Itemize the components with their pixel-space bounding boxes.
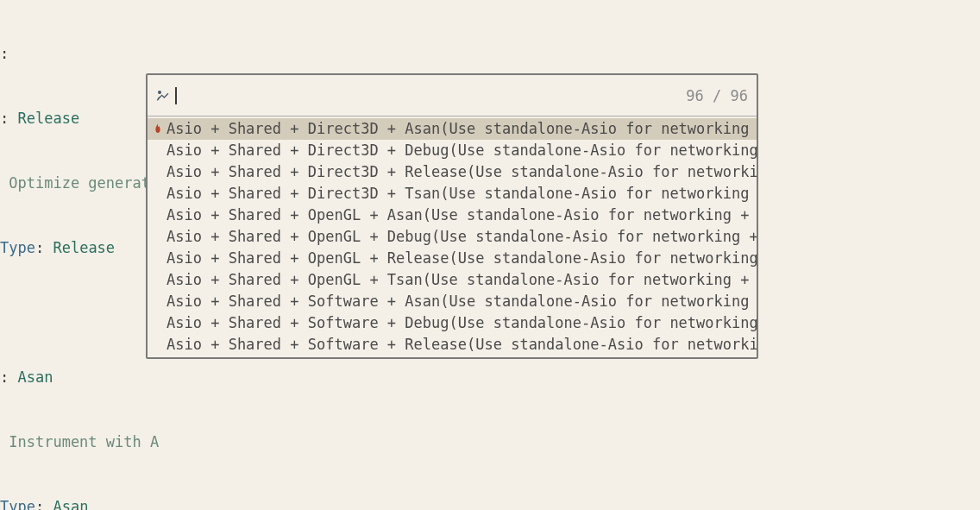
code-value: Asan — [53, 496, 88, 510]
item-label: Asio + Shared + OpenGL + Debug(Use stand… — [166, 226, 757, 248]
code-value: Release — [53, 237, 115, 259]
picker-list[interactable]: Asio + Shared + Direct3D + Asan(Use stan… — [148, 116, 757, 357]
telescope-icon — [156, 87, 177, 104]
item-label: Asio + Shared + OpenGL + Asan(Use standa… — [166, 205, 757, 226]
list-item[interactable]: Asio + Shared + Direct3D + Debug(Use sta… — [148, 140, 757, 161]
list-item[interactable]: Asio + Shared + OpenGL + Debug(Use stand… — [148, 226, 757, 248]
code-sep: : — [35, 237, 53, 259]
list-item[interactable]: Asio + Shared + OpenGL + Tsan(Use standa… — [148, 269, 757, 291]
item-label: Asio + Shared + Direct3D + Release(Use s… — [166, 161, 757, 183]
item-label: Asio + Shared + Direct3D + Tsan(Use stan… — [166, 183, 757, 205]
svg-point-0 — [159, 91, 161, 93]
code-text: : — [0, 108, 17, 129]
code-sep: : — [35, 496, 53, 510]
result-count: 96 / 96 — [686, 87, 748, 104]
item-label: Asio + Shared + Direct3D + Debug(Use sta… — [166, 140, 757, 161]
code-text: : — [0, 367, 17, 388]
list-item[interactable]: Asio + Shared + Software + Debug(Use sta… — [148, 312, 757, 334]
list-item[interactable]: Asio + Shared + Software + Release(Use s… — [148, 334, 757, 356]
item-label: Asio + Shared + Software + Release(Use s… — [166, 334, 757, 356]
list-item[interactable]: Asio + Shared + Software + Asan(Use stan… — [148, 291, 757, 312]
item-label: Asio + Shared + OpenGL + Release(Use sta… — [166, 248, 757, 269]
code-type: Type — [0, 237, 35, 259]
list-item[interactable]: Asio + Shared + Direct3D + Asan(Use stan… — [148, 118, 757, 140]
picker-popup[interactable]: 96 / 96 Asio + Shared + Direct3D + Asan(… — [146, 73, 758, 359]
list-item[interactable]: Asio + Shared + Direct3D + Release(Use s… — [148, 161, 757, 183]
code-text: : — [0, 43, 9, 65]
list-item[interactable]: Asio + Shared + OpenGL + Release(Use sta… — [148, 248, 757, 269]
fire-icon — [151, 123, 165, 136]
item-label: Asio + Shared + OpenGL + Tsan(Use standa… — [166, 269, 757, 291]
list-item[interactable]: Asio + Shared + Direct3D + Tsan(Use stan… — [148, 183, 757, 205]
code-comment: Instrument with A — [0, 431, 159, 453]
code-type: Type — [0, 496, 35, 510]
picker-header: 96 / 96 — [148, 75, 757, 116]
item-label: Asio + Shared + Software + Debug(Use sta… — [166, 312, 757, 334]
code-value: Release — [17, 108, 79, 129]
code-value: Asan — [17, 367, 53, 388]
item-label: Asio + Shared + Direct3D + Asan(Use stan… — [166, 118, 757, 140]
search-cursor — [175, 87, 177, 104]
list-item[interactable]: Asio + Shared + OpenGL + Asan(Use standa… — [148, 205, 757, 226]
item-label: Asio + Shared + Software + Asan(Use stan… — [166, 291, 757, 312]
